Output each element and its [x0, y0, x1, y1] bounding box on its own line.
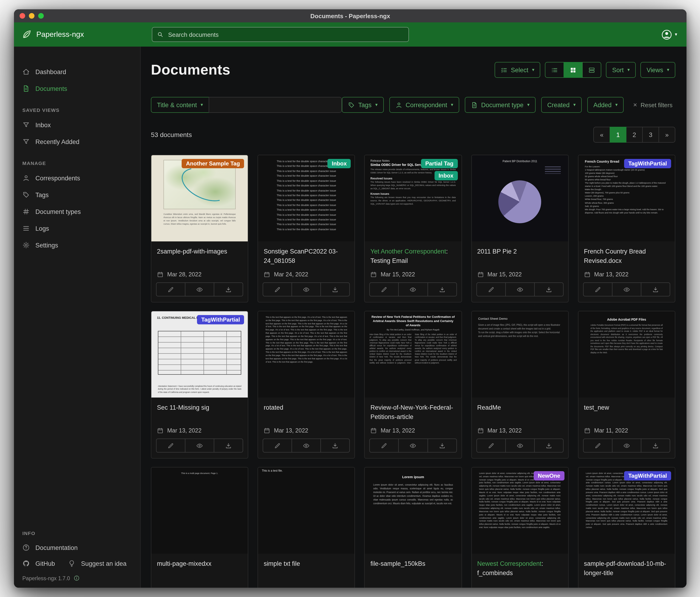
view-button[interactable] — [185, 438, 214, 453]
tag-badge-another-sample-tag[interactable]: Another Sample Tag — [182, 159, 244, 168]
document-card-simple-txt-file[interactable]: This is a test file. simple txt file — [257, 467, 355, 588]
document-title[interactable]: 2011 BP Pie 2 — [477, 247, 562, 256]
close-button[interactable] — [20, 13, 25, 19]
document-card-test-new[interactable]: Adobe Acrobat PDF FilesAdobe Portable Do… — [578, 311, 675, 459]
sidebar-item-settings[interactable]: Settings — [14, 237, 140, 254]
document-thumbnail[interactable]: French Country BreadFor the Leaven: 1 he… — [578, 155, 675, 241]
view-button[interactable] — [185, 282, 214, 296]
document-thumbnail[interactable]: Lorem ipsum dolor sit amet, consectetur … — [578, 468, 675, 554]
pagination-page-3[interactable]: 3 — [642, 127, 659, 143]
document-title[interactable]: Review-of-New-York-Federal-Petitions-art… — [371, 403, 456, 421]
download-button[interactable] — [427, 282, 457, 296]
edit-button[interactable] — [263, 282, 292, 296]
document-card-french-country-bread-revised-docx[interactable]: French Country BreadFor the Leaven: 1 he… — [578, 155, 675, 303]
document-title[interactable]: Newest Correspondent: f_combineds — [477, 559, 562, 577]
edit-button[interactable] — [370, 438, 399, 453]
document-card-multi-page-mixedxx[interactable]: This is a multi page document. Page 1. m… — [151, 467, 248, 588]
sidebar-item-dashboard[interactable]: Dashboard — [14, 63, 140, 80]
document-thumbnail[interactable]: Release NotesSimba ODBC Driver for SQL S… — [365, 155, 461, 241]
reset-filters-button[interactable]: ✕ Reset filters — [630, 101, 675, 109]
tag-badge-inbox[interactable]: Inbox — [434, 171, 457, 181]
minimize-button[interactable] — [29, 13, 34, 19]
document-title[interactable]: Yet Another Correspondent: Testing Email — [371, 247, 456, 265]
view-button[interactable] — [612, 282, 641, 296]
global-search[interactable] — [152, 27, 409, 42]
document-thumbnail[interactable]: This is a multi page document. Page 1. — [151, 468, 248, 554]
document-thumbnail[interactable]: This is a test for the double space char… — [258, 155, 354, 241]
sidebar-item-documentation[interactable]: Documentation — [14, 540, 86, 555]
document-title[interactable]: multi-page-mixedxx — [157, 559, 242, 568]
view-button[interactable] — [292, 282, 321, 296]
document-title[interactable]: French Country Bread Revised.docx — [584, 247, 669, 265]
download-button[interactable] — [321, 438, 350, 453]
download-button[interactable] — [641, 282, 670, 296]
document-thumbnail[interactable]: Lorem ipsumLorem ipsum dolor sit amet, c… — [365, 468, 461, 554]
edit-button[interactable] — [476, 438, 505, 453]
document-card-sonstige-scanpc2022-03-24-081058[interactable]: This is a test for the double space char… — [257, 155, 355, 303]
document-title[interactable]: rotated — [264, 403, 349, 412]
user-menu[interactable]: ▾ — [661, 29, 677, 40]
document-correspondent[interactable]: Yet Another Correspondent — [371, 248, 446, 255]
view-button[interactable] — [398, 282, 428, 296]
download-button[interactable] — [321, 282, 350, 296]
pagination-page-2[interactable]: 2 — [626, 127, 643, 143]
download-button[interactable] — [641, 438, 670, 453]
tag-badge-tagwithpartial[interactable]: TagWithPartial — [197, 315, 244, 325]
sidebar-item-tags[interactable]: Tags — [14, 186, 140, 203]
title-content-dropdown[interactable]: Title & content ▾ — [151, 97, 209, 113]
document-card-f-combineds[interactable]: Lorem ipsum dolor sit amet, consectetur … — [471, 467, 569, 588]
document-type-filter-button[interactable]: Document type▾ — [465, 97, 535, 113]
document-card-readme[interactable]: Contact Sheet DemoGiven a set of image f… — [471, 311, 569, 459]
sidebar-item-inbox[interactable]: Inbox — [14, 117, 140, 133]
view-button[interactable] — [398, 438, 428, 453]
sidebar-item-suggest-an-idea[interactable]: Suggest an idea — [63, 555, 135, 571]
document-title[interactable]: file-sample_150kBs — [371, 559, 456, 568]
document-card-2sample-pdf-with-images[interactable]: Curabitur bibendum enim urna, sed blandi… — [151, 155, 248, 303]
sidebar-item-correspondents[interactable]: Correspondents — [14, 170, 140, 186]
document-title[interactable]: Sonstige ScanPC2022 03-24_081058 — [264, 247, 349, 265]
document-card-2011-bp-pie-2[interactable]: Patient BP Distribution 2011 2011 BP Pie… — [471, 155, 569, 303]
tag-badge-inbox[interactable]: Inbox — [328, 159, 351, 168]
document-title[interactable]: ReadMe — [477, 403, 562, 412]
document-thumbnail[interactable]: Curabitur bibendum enim urna, sed blandi… — [151, 155, 248, 241]
app-brand[interactable]: Paperless-ngx — [21, 29, 145, 40]
pagination-prev[interactable]: « — [593, 127, 610, 143]
download-button[interactable] — [534, 282, 563, 296]
document-title[interactable]: test_new — [584, 403, 669, 412]
created-filter-button[interactable]: Created▾ — [541, 97, 582, 113]
view-button[interactable] — [292, 438, 321, 453]
document-correspondent[interactable]: Newest Correspondent — [477, 560, 542, 567]
edit-button[interactable] — [583, 282, 612, 296]
download-button[interactable] — [214, 282, 243, 296]
view-button[interactable] — [612, 438, 641, 453]
tag-badge-tagwithpartial[interactable]: TagWithPartial — [624, 471, 671, 480]
views-button[interactable]: Views ▾ — [641, 62, 675, 78]
document-title[interactable]: 2sample-pdf-with-images — [157, 247, 242, 256]
document-card-sec-11-missing-sig[interactable]: 11. CONTINUING MEDICAL EDUCATIONAttestat… — [151, 311, 248, 459]
sort-button[interactable]: Sort ▾ — [606, 62, 636, 78]
edit-button[interactable] — [476, 282, 505, 296]
document-thumbnail[interactable]: This is a test file. — [258, 468, 354, 554]
edit-button[interactable] — [156, 438, 185, 453]
tag-badge-newone[interactable]: NewOne — [534, 471, 565, 480]
document-thumbnail[interactable]: Review of New York Federal Petitions for… — [365, 311, 461, 398]
search-input[interactable] — [167, 30, 404, 39]
edit-button[interactable] — [263, 438, 292, 453]
edit-button[interactable] — [583, 438, 612, 453]
zoom-button[interactable] — [38, 13, 44, 19]
added-filter-button[interactable]: Added▾ — [587, 97, 624, 113]
download-button[interactable] — [427, 438, 457, 453]
tag-badge-partial-tag[interactable]: Partial Tag — [421, 159, 457, 168]
document-card-file-sample-150kbs[interactable]: Lorem ipsumLorem ipsum dolor sit amet, c… — [365, 467, 462, 588]
edit-button[interactable] — [156, 282, 185, 296]
sidebar-item-recently-added[interactable]: Recently Added — [14, 133, 140, 150]
tags-filter-button[interactable]: Tags▾ — [342, 97, 384, 113]
sidebar-item-github[interactable]: GitHub — [14, 555, 63, 571]
view-button[interactable] — [505, 438, 534, 453]
filter-text-input[interactable] — [209, 97, 342, 113]
document-thumbnail[interactable]: This is the text that appears on the fir… — [258, 311, 354, 398]
document-thumbnail[interactable]: Patient BP Distribution 2011 — [472, 155, 568, 241]
correspondent-filter-button[interactable]: Correspondent▾ — [389, 97, 459, 113]
view-list-button[interactable] — [545, 62, 564, 78]
sidebar-item-logs[interactable]: Logs — [14, 220, 140, 237]
